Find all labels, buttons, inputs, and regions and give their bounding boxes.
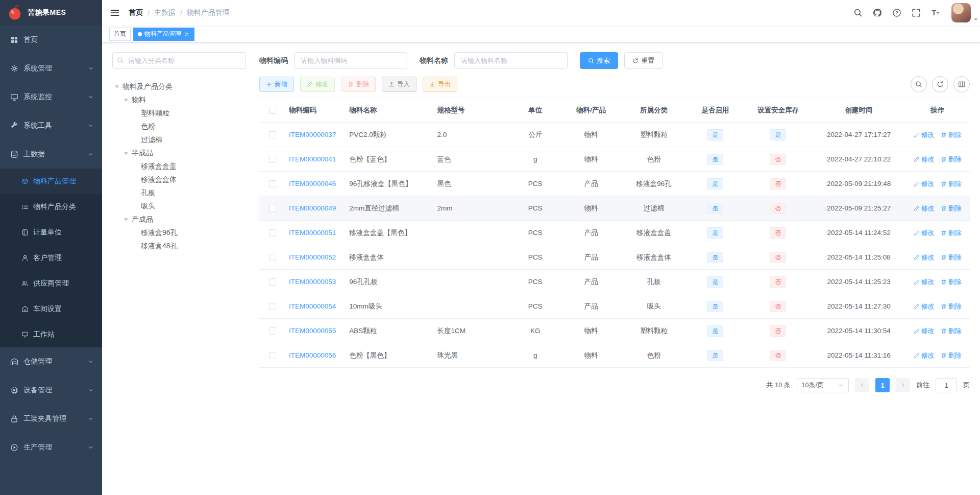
row-edit-link[interactable]: 修改	[914, 155, 935, 164]
tree-node[interactable]: 移液盒盒盖	[112, 160, 246, 173]
avatar[interactable]	[951, 3, 971, 22]
select-all-checkbox[interactable]	[269, 107, 276, 114]
next-page-button[interactable]	[896, 378, 910, 392]
sidebar-subitem-material-product-category[interactable]: 物料产品分类	[0, 194, 102, 220]
sidebar-subitem-workshop-settings[interactable]: 车间设置	[0, 296, 102, 322]
sidebar-item-home[interactable]: 首页	[0, 26, 102, 54]
row-delete-link[interactable]: 删除	[941, 351, 962, 360]
material-name-input[interactable]	[454, 52, 568, 69]
tree-node[interactable]: 移液盒盒体	[112, 173, 246, 186]
tab-home[interactable]: 首页	[109, 28, 131, 41]
tree-caret-icon[interactable]	[121, 216, 131, 224]
tree-node[interactable]: 物料及产品分类	[112, 80, 246, 93]
row-edit-link[interactable]: 修改	[914, 204, 935, 213]
row-checkbox[interactable]	[269, 131, 276, 138]
row-edit-link[interactable]: 修改	[914, 326, 935, 336]
add-button[interactable]: 新增	[259, 77, 294, 92]
tab-material-product-management[interactable]: 物料产品管理	[133, 28, 194, 41]
row-checkbox[interactable]	[269, 327, 276, 335]
fullscreen-button[interactable]	[912, 8, 921, 17]
material-code-link[interactable]: ITEM00000054	[289, 302, 336, 310]
sidebar-item-system-monitoring[interactable]: 系统监控	[0, 83, 102, 111]
material-code-link[interactable]: ITEM00000052	[289, 253, 336, 261]
search-button[interactable]: 搜索	[580, 52, 618, 69]
row-edit-link[interactable]: 修改	[914, 277, 935, 287]
sidebar-item-fixture-management[interactable]: 工装夹具管理	[0, 405, 102, 433]
row-edit-link[interactable]: 修改	[914, 302, 935, 311]
sidebar-item-production-management[interactable]: 生产管理	[0, 433, 102, 462]
tree-node[interactable]: 色粉	[112, 120, 246, 133]
page-1-button[interactable]: 1	[875, 378, 890, 392]
sidebar-subitem-workstation[interactable]: 工作站	[0, 322, 102, 347]
page-size-select[interactable]: 10条/页	[797, 378, 849, 392]
category-search-input[interactable]	[112, 52, 246, 69]
material-code-link[interactable]: ITEM00000056	[289, 351, 336, 359]
row-delete-link[interactable]: 删除	[941, 302, 962, 311]
breadcrumb-item[interactable]: 首页	[129, 8, 143, 17]
show-search-button[interactable]	[911, 76, 927, 92]
material-code-input[interactable]	[294, 52, 407, 69]
sidebar-subitem-material-product-management[interactable]: 物料产品管理	[0, 169, 102, 194]
tree-node[interactable]: 物料	[112, 93, 246, 107]
hamburger-icon[interactable]	[102, 0, 128, 26]
export-button[interactable]: 导出	[423, 77, 457, 92]
header-search-button[interactable]	[853, 8, 863, 17]
material-code-link[interactable]: ITEM00000049	[289, 204, 336, 212]
row-delete-link[interactable]: 删除	[941, 277, 962, 287]
material-code-link[interactable]: ITEM00000051	[289, 229, 336, 237]
material-code-link[interactable]: ITEM00000055	[289, 327, 336, 335]
sidebar-item-system-management[interactable]: 系统管理	[0, 54, 102, 83]
tree-node[interactable]: 孔板	[112, 186, 246, 200]
tree-caret-icon[interactable]	[121, 149, 131, 157]
tree-node[interactable]: 塑料颗粒	[112, 107, 246, 120]
sidebar-subitem-supplier-management[interactable]: 供应商管理	[0, 271, 102, 296]
refresh-table-button[interactable]	[932, 76, 948, 92]
row-checkbox[interactable]	[269, 205, 276, 212]
row-edit-link[interactable]: 修改	[914, 253, 935, 262]
row-edit-link[interactable]: 修改	[914, 351, 935, 360]
github-button[interactable]	[873, 8, 882, 17]
breadcrumb-item[interactable]: 主数据	[154, 8, 176, 17]
tree-caret-icon[interactable]	[121, 96, 131, 104]
tree-node[interactable]: 半成品	[112, 147, 246, 160]
row-checkbox[interactable]	[269, 278, 276, 286]
row-delete-link[interactable]: 删除	[941, 228, 962, 238]
row-delete-link[interactable]: 删除	[941, 253, 962, 262]
goto-page-input[interactable]	[936, 378, 957, 392]
row-delete-link[interactable]: 删除	[941, 204, 962, 213]
material-code-link[interactable]: ITEM00000037	[289, 131, 336, 138]
sidebar-subitem-measure-unit[interactable]: 计量单位	[0, 220, 102, 245]
row-checkbox[interactable]	[269, 303, 276, 310]
help-button[interactable]: ?	[892, 8, 901, 17]
sidebar-subitem-customer-management[interactable]: 客户管理	[0, 245, 102, 271]
tree-node[interactable]: 吸头	[112, 200, 246, 213]
toggle-columns-button[interactable]	[953, 76, 970, 92]
row-delete-link[interactable]: 删除	[941, 155, 962, 164]
delete-button[interactable]: 删除	[341, 77, 376, 92]
row-edit-link[interactable]: 修改	[914, 228, 935, 238]
tree-node[interactable]: 移液盒96孔	[112, 226, 246, 240]
material-code-link[interactable]: ITEM00000041	[289, 155, 336, 163]
row-delete-link[interactable]: 删除	[941, 326, 962, 336]
row-checkbox[interactable]	[269, 352, 276, 359]
row-checkbox[interactable]	[269, 180, 276, 187]
row-edit-link[interactable]: 修改	[914, 179, 935, 188]
reset-button[interactable]: 重置	[624, 52, 663, 69]
row-delete-link[interactable]: 删除	[941, 179, 962, 188]
row-edit-link[interactable]: 修改	[914, 130, 935, 139]
breadcrumb-item[interactable]: 物料产品管理	[187, 8, 230, 17]
tree-node[interactable]: 产成品	[112, 213, 246, 226]
app-logo[interactable]: 苦糖果MES	[0, 0, 102, 26]
tree-node[interactable]: 过滤棉	[112, 133, 246, 147]
row-checkbox[interactable]	[269, 156, 276, 163]
row-checkbox[interactable]	[269, 229, 276, 237]
sidebar-item-warehouse-management[interactable]: 仓储管理	[0, 347, 102, 376]
sidebar-item-master-data[interactable]: 主数据	[0, 140, 102, 169]
tree-node[interactable]: 移液盒48孔	[112, 240, 246, 253]
import-button[interactable]: 导入	[382, 77, 416, 92]
material-code-link[interactable]: ITEM00000053	[289, 278, 336, 286]
user-menu[interactable]	[951, 3, 971, 22]
edit-button[interactable]: 修改	[300, 77, 335, 92]
sidebar-item-equipment-management[interactable]: 设备管理	[0, 376, 102, 405]
prev-page-button[interactable]	[855, 378, 869, 392]
